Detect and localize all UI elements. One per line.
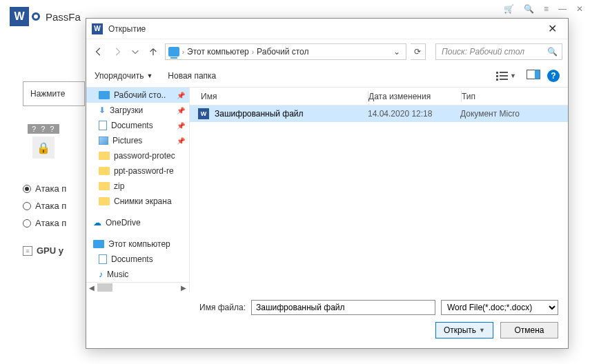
svg-rect-4: [496, 79, 498, 81]
lock-icon: 🔒: [32, 136, 55, 159]
new-folder-button[interactable]: Новая папка: [168, 71, 216, 81]
attack-radios: Атака п Атака п Атака п: [23, 183, 66, 228]
help-button[interactable]: ?: [547, 70, 560, 82]
document-icon: [99, 254, 107, 264]
sidebar-item-folder[interactable]: Снимки экрана: [86, 194, 189, 209]
attack-radio-2[interactable]: Атака п: [23, 201, 66, 211]
refresh-button[interactable]: ⟳: [411, 43, 426, 60]
sidebar-item-folder[interactable]: ppt-password-re: [86, 163, 189, 179]
nav-recent-dropdown[interactable]: [128, 44, 142, 59]
col-name[interactable]: Имя: [198, 92, 368, 101]
svg-rect-7: [535, 70, 540, 79]
sidebar-item-folder[interactable]: password-protec: [86, 148, 189, 163]
dialog-body: Рабочий сто..📌 ⬇Загрузки📌 Documents📌 Pic…: [86, 88, 568, 292]
this-pc-icon: [93, 240, 104, 248]
svg-rect-1: [500, 72, 508, 73]
search-icon[interactable]: 🔍: [524, 4, 534, 14]
scroll-left-icon[interactable]: ◀: [88, 284, 96, 292]
import-box[interactable]: Нажмите: [23, 81, 85, 106]
sidebar-hscroll[interactable]: ◀ ▶: [86, 282, 189, 292]
crumb-this-pc[interactable]: Этот компьютер: [184, 47, 252, 57]
bg-window-controls: 🛒 🔍 ≡ — ✕: [504, 4, 583, 14]
chevron-down-icon: ▼: [479, 327, 485, 334]
sidebar-item-folder[interactable]: zip: [86, 179, 189, 194]
menu-icon[interactable]: ≡: [544, 4, 549, 14]
app-logo-icon: W: [10, 7, 29, 26]
pictures-icon: [99, 136, 108, 145]
file-name: Зашифрованный файл: [215, 109, 368, 119]
path-dropdown-icon[interactable]: ⌄: [391, 47, 403, 57]
sidebar-item-pc-documents[interactable]: Documents: [86, 252, 189, 267]
filename-input[interactable]: [251, 300, 435, 315]
search-icon[interactable]: 🔍: [547, 47, 558, 57]
dialog-bottom: Имя файла: Word File(*.doc;*.docx) Откры…: [86, 292, 568, 348]
svg-rect-3: [500, 75, 508, 77]
preview-pane-button[interactable]: [527, 70, 540, 81]
minimize-icon[interactable]: —: [558, 4, 567, 14]
file-row[interactable]: W Зашифрованный файл 14.04.2020 12:18 До…: [190, 105, 568, 122]
cart-icon[interactable]: 🛒: [504, 4, 514, 14]
sidebar-item-this-pc[interactable]: Этот компьютер: [86, 236, 189, 252]
open-button[interactable]: Открыть▼: [435, 322, 493, 338]
sidebar-item-downloads[interactable]: ⬇Загрузки📌: [86, 103, 189, 118]
dialog-close-button[interactable]: ✕: [542, 22, 562, 35]
list-header: Имя Дата изменения Тип: [190, 88, 568, 105]
svg-rect-5: [500, 79, 508, 80]
file-date: 14.04.2020 12:18: [368, 109, 460, 119]
sidebar-item-desktop[interactable]: Рабочий сто..📌: [86, 88, 189, 103]
word-icon: W: [92, 23, 103, 34]
downloads-icon: ⬇: [99, 105, 106, 115]
unknown-password: ? ? ? 🔒: [28, 124, 59, 159]
nav-up-button[interactable]: [146, 44, 160, 59]
sidebar-item-documents[interactable]: Documents📌: [86, 118, 189, 133]
nav-back-button[interactable]: [92, 44, 106, 59]
cancel-button[interactable]: Отмена: [500, 322, 558, 338]
folder-icon: [99, 152, 110, 160]
breadcrumb-path[interactable]: › Этот компьютер › Рабочий стол ⌄: [165, 43, 406, 60]
button-row: Открыть▼ Отмена: [96, 322, 558, 338]
attack-radio-3[interactable]: Атака п: [23, 218, 66, 228]
scroll-thumb[interactable]: [97, 283, 112, 292]
pin-icon: 📌: [177, 122, 185, 130]
cloud-icon: ☁: [93, 218, 101, 228]
scroll-right-icon[interactable]: ▶: [179, 284, 188, 292]
folder-icon: [99, 197, 110, 205]
word-file-icon: W: [198, 108, 209, 119]
filename-label: Имя файла:: [199, 303, 246, 312]
gpu-icon: ≡: [23, 246, 32, 256]
unknown-label: ? ? ?: [28, 124, 59, 134]
gpu-row: ≡ GPU у: [23, 245, 63, 256]
music-icon: ♪: [99, 270, 103, 279]
sidebar-item-onedrive[interactable]: ☁OneDrive: [86, 215, 189, 230]
desktop-icon: [99, 91, 110, 99]
file-open-dialog: W Открытие ✕ › Этот компьютер › Рабочий …: [86, 18, 569, 349]
filename-row: Имя файла: Word File(*.doc;*.docx): [199, 300, 558, 315]
col-type[interactable]: Тип: [462, 92, 568, 101]
crumb-desktop[interactable]: Рабочий стол: [254, 47, 311, 57]
import-label: Нажмите: [30, 89, 65, 99]
attack-radio-1[interactable]: Атака п: [23, 183, 66, 194]
pin-icon: 📌: [177, 107, 185, 114]
col-date[interactable]: Дата изменения: [368, 92, 461, 101]
sidebar: Рабочий сто..📌 ⬇Загрузки📌 Documents📌 Pic…: [86, 88, 190, 292]
folder-icon: [99, 167, 110, 175]
view-mode-button[interactable]: ▼: [493, 69, 520, 83]
search-box[interactable]: 🔍: [435, 43, 562, 60]
filetype-select[interactable]: Word File(*.doc;*.docx): [441, 300, 558, 315]
pin-icon: 📌: [177, 137, 185, 145]
pin-icon: 📌: [177, 92, 185, 99]
file-list: Имя Дата изменения Тип W Зашифрованный ф…: [190, 88, 568, 292]
search-input[interactable]: [440, 46, 547, 57]
sidebar-item-pictures[interactable]: Pictures📌: [86, 133, 189, 148]
this-pc-icon: [168, 47, 179, 57]
sidebar-item-pc-music[interactable]: ♪Music: [86, 267, 189, 282]
organize-button[interactable]: Упорядочить▼: [95, 71, 153, 81]
dialog-title: Открытие: [108, 24, 146, 34]
close-icon[interactable]: ✕: [576, 4, 583, 14]
folder-icon: [99, 182, 110, 190]
svg-rect-2: [496, 75, 498, 77]
dialog-toolbar: Упорядочить▼ Новая папка ▼ ?: [86, 64, 568, 88]
dialog-titlebar: W Открытие ✕: [86, 19, 568, 39]
app-logo-key-icon: [32, 12, 40, 21]
nav-forward-button[interactable]: [110, 44, 124, 59]
